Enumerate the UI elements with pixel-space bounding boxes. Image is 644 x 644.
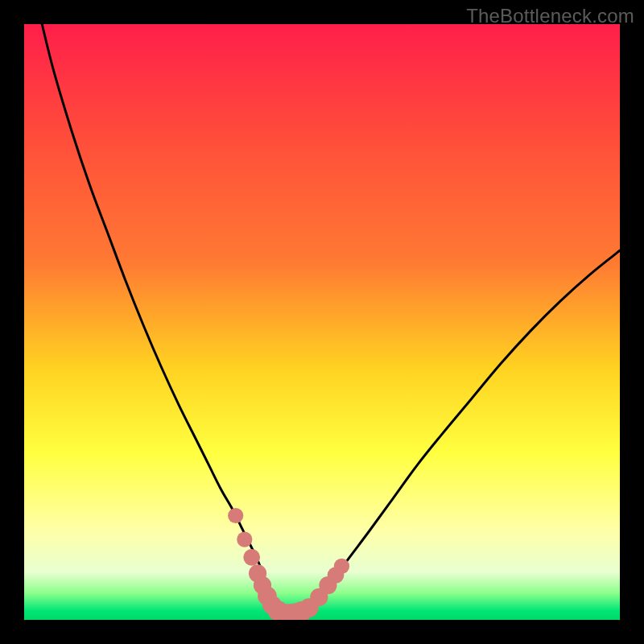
- curve-marker: [334, 559, 349, 574]
- watermark-text: TheBottleneck.com: [466, 5, 634, 27]
- gradient-background: [24, 24, 620, 620]
- chart-svg: [24, 24, 620, 620]
- chart-frame: TheBottleneck.com: [0, 0, 644, 644]
- curve-marker: [237, 531, 252, 547]
- curve-marker: [243, 549, 260, 566]
- plot-area: [24, 24, 620, 620]
- curve-marker: [228, 508, 243, 523]
